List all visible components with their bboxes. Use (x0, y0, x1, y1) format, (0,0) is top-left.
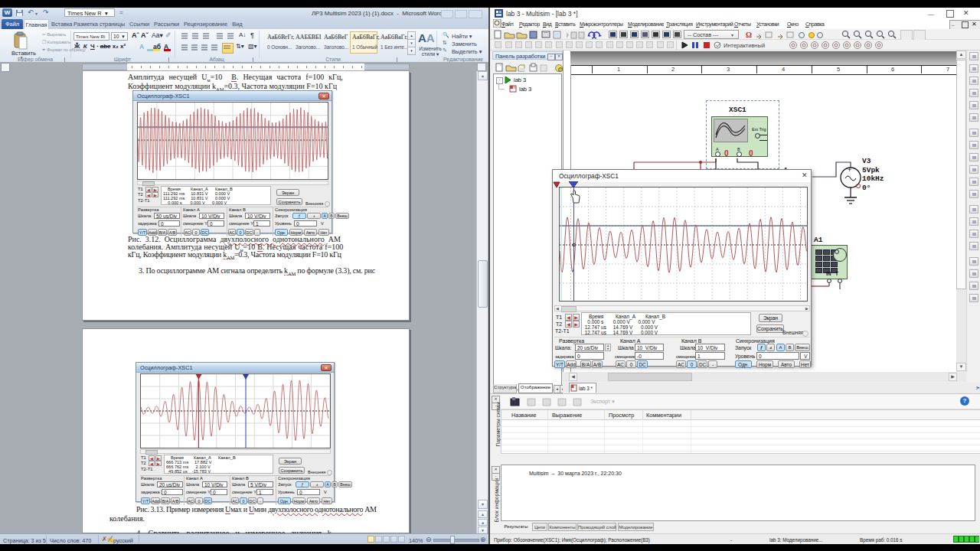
svg-text:-: - (854, 183, 856, 190)
svg-text:+: + (848, 166, 851, 174)
svg-text:Ω: Ω (746, 31, 752, 39)
